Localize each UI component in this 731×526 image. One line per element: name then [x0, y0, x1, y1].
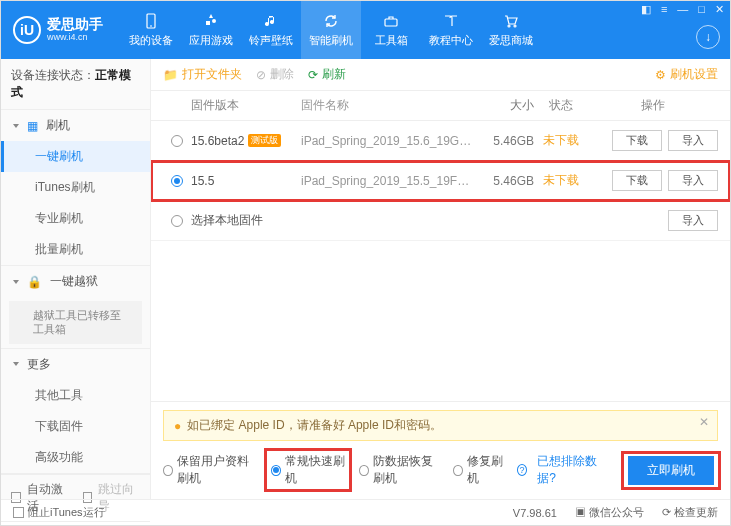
refresh-icon: ⟳ [308, 68, 318, 82]
folder-icon: 📁 [163, 68, 178, 82]
sidebar-item-itunes-flash[interactable]: iTunes刷机 [1, 172, 150, 203]
status-bar: 阻止iTunes运行 V7.98.61 ▣ 微信公众号 ⟳ 检查更新 [1, 499, 730, 525]
lock-icon: 🔒 [27, 275, 42, 289]
music-icon [262, 12, 280, 30]
alert-close-icon[interactable]: ✕ [699, 415, 709, 429]
radio-icon[interactable] [163, 465, 173, 476]
beta-tag: 测试版 [248, 134, 281, 147]
close-icon[interactable]: ✕ [713, 3, 726, 16]
app-subtitle: www.i4.cn [47, 33, 103, 43]
device-status: 设备连接状态：正常模式 [1, 59, 150, 110]
sidebar-item-batch-flash[interactable]: 批量刷机 [1, 234, 150, 265]
nav-toolbox[interactable]: 工具箱 [361, 1, 421, 59]
delete-button[interactable]: ⊘ 删除 [256, 66, 294, 83]
main-panel: 📁 打开文件夹 ⊘ 删除 ⟳ 刷新 ⚙ 刷机设置 [151, 59, 730, 499]
opt-anti-recovery[interactable]: 防数据恢复刷机 [359, 453, 443, 487]
apple-id-alert: ● 如已绑定 Apple ID，请准备好 Apple ID和密码。 ✕ [163, 410, 718, 441]
download-button[interactable]: 下载 [612, 170, 662, 191]
svg-point-4 [514, 25, 516, 27]
flash-group-icon: ▦ [27, 119, 38, 133]
delete-icon: ⊘ [256, 68, 266, 82]
flash-settings-button[interactable]: ⚙ 刷机设置 [655, 66, 718, 83]
local-firmware-row[interactable]: 选择本地固件 导入 [151, 201, 730, 241]
flash-now-button[interactable]: 立即刷机 [628, 456, 714, 485]
download-button[interactable]: 下载 [612, 130, 662, 151]
nav-flash[interactable]: 智能刷机 [301, 1, 361, 59]
refresh-icon [322, 12, 340, 30]
info-icon[interactable]: ? [517, 464, 527, 476]
gear-icon: ⚙ [655, 68, 666, 82]
firmware-row[interactable]: 15.6beta2测试版 iPad_Spring_2019_15.6_19G50… [151, 121, 730, 161]
sidebar-item-other-tools[interactable]: 其他工具 [1, 380, 150, 411]
svg-rect-2 [385, 19, 397, 26]
radio-icon[interactable] [271, 465, 281, 476]
radio-icon[interactable] [359, 465, 369, 476]
nav-ringtones[interactable]: 铃声壁纸 [241, 1, 301, 59]
version-label: V7.98.61 [513, 507, 557, 519]
nav-my-device[interactable]: 我的设备 [121, 1, 181, 59]
book-icon [442, 12, 460, 30]
title-bar: iU 爱思助手 www.i4.cn 我的设备 应用游戏 铃声壁纸 智能刷机 工具… [1, 1, 730, 59]
maximize-icon[interactable]: □ [696, 3, 707, 16]
bottom-panel: ● 如已绑定 Apple ID，请准备好 Apple ID和密码。 ✕ 保留用户… [151, 401, 730, 499]
wechat-link[interactable]: ▣ 微信公众号 [575, 505, 644, 520]
flash-options-row: 保留用户资料刷机 常规快速刷机 防数据恢复刷机 修复刷机 ? [151, 447, 730, 499]
block-itunes-checkbox[interactable] [13, 507, 24, 518]
import-button[interactable]: 导入 [668, 210, 718, 231]
svg-point-3 [508, 25, 510, 27]
import-button[interactable]: 导入 [668, 130, 718, 151]
menu-icon[interactable]: ≡ [659, 3, 669, 16]
row-radio[interactable] [171, 135, 183, 147]
toolbar: 📁 打开文件夹 ⊘ 删除 ⟳ 刷新 ⚙ 刷机设置 [151, 59, 730, 91]
update-icon: ⟳ [662, 506, 671, 518]
sidebar-item-pro-flash[interactable]: 专业刷机 [1, 203, 150, 234]
sidebar-group-jailbreak[interactable]: 🔒 一键越狱 [1, 266, 150, 297]
app-title: 爱思助手 [47, 17, 103, 32]
jailbreak-moved-note: 越狱工具已转移至工具箱 [9, 301, 142, 344]
nav-apps[interactable]: 应用游戏 [181, 1, 241, 59]
phone-icon [142, 12, 160, 30]
app-icon [202, 12, 220, 30]
import-button[interactable]: 导入 [668, 170, 718, 191]
nav-tutorials[interactable]: 教程中心 [421, 1, 481, 59]
sidebar-group-flash[interactable]: ▦ 刷机 [1, 110, 150, 141]
sidebar-item-advanced[interactable]: 高级功能 [1, 442, 150, 473]
sidebar-item-oneclick-flash[interactable]: 一键刷机 [1, 141, 150, 172]
sidebar: 设备连接状态：正常模式 ▦ 刷机 一键刷机 iTunes刷机 专业刷机 批量刷机… [1, 59, 151, 499]
block-itunes-label: 阻止iTunes运行 [28, 505, 105, 520]
sidebar-group-more[interactable]: 更多 [1, 349, 150, 380]
firmware-row-selected[interactable]: 15.5 iPad_Spring_2019_15.5_19F77_Restore… [151, 161, 730, 201]
firmware-table: 固件版本 固件名称 大小 状态 操作 15.6beta2测试版 iPad_Spr… [151, 91, 730, 401]
sidebar-item-download-fw[interactable]: 下载固件 [1, 411, 150, 442]
flash-now-wrap: 立即刷机 [624, 454, 718, 487]
toolbox-icon [382, 12, 400, 30]
open-folder-button[interactable]: 📁 打开文件夹 [163, 66, 242, 83]
check-update-link[interactable]: ⟳ 检查更新 [662, 505, 718, 520]
download-indicator-icon[interactable]: ↓ [696, 25, 720, 49]
logo-icon: iU [13, 16, 41, 44]
refresh-button[interactable]: ⟳ 刷新 [308, 66, 346, 83]
forget-data-link[interactable]: 已想排除数据? [537, 453, 604, 487]
opt-keep-data[interactable]: 保留用户资料刷机 [163, 453, 257, 487]
table-header: 固件版本 固件名称 大小 状态 操作 [151, 91, 730, 121]
cart-icon [502, 12, 520, 30]
logo-block: iU 爱思助手 www.i4.cn [1, 1, 121, 59]
row-radio[interactable] [171, 175, 183, 187]
wechat-icon: ▣ [575, 506, 586, 518]
minimize-icon[interactable]: — [675, 3, 690, 16]
window-controls: ◧ ≡ — □ ✕ [639, 3, 726, 16]
radio-icon[interactable] [453, 465, 463, 476]
opt-normal-flash[interactable]: 常规快速刷机 [267, 451, 349, 489]
row-radio[interactable] [171, 215, 183, 227]
warning-icon: ● [174, 419, 181, 433]
opt-repair-flash[interactable]: 修复刷机 [453, 453, 507, 487]
skin-icon[interactable]: ◧ [639, 3, 653, 16]
nav-store[interactable]: 爱思商城 [481, 1, 541, 59]
